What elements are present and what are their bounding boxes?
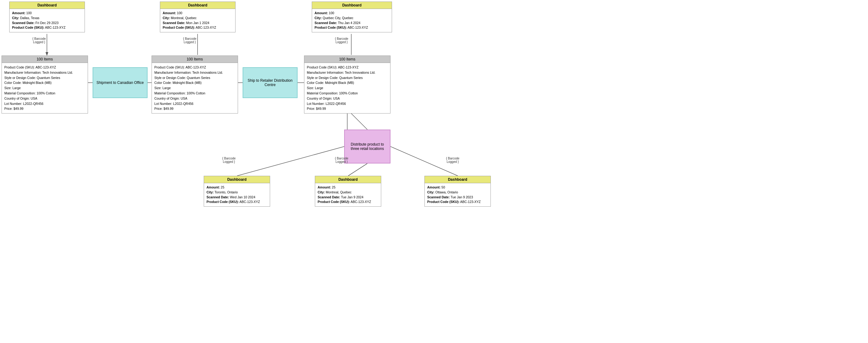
dashboard-body-1: Amount: 100 City: Dallas, Texas Scanned … <box>9 9 85 32</box>
dashboard-box-bottom-1: Dashboard Amount: 25 City: Toronto, Onta… <box>204 176 270 207</box>
connector-box-shipment: Shipment to Canadian Office <box>93 67 148 98</box>
dashboard-body-2: Amount: 100 City: Montreal, Quebec Scann… <box>160 9 235 32</box>
items-body-1: Product Code (SKU): ABC-123-XYZ Manufact… <box>2 63 88 113</box>
distribute-box: Distribute product to three retail locat… <box>344 130 391 164</box>
dashboard-body-bottom-1: Amount: 25 City: Toronto, Ontario Scanne… <box>204 183 270 206</box>
barcode-label-1: { BarcodeLogged } <box>32 37 46 44</box>
items-box-3: 100 Items Product Code (SKU): ABC-123-XY… <box>304 56 391 113</box>
items-body-3: Product Code (SKU): ABC-123-XYZ Manufact… <box>304 63 390 113</box>
dashboard-header-bottom-2: Dashboard <box>315 176 381 183</box>
svg-line-10 <box>348 164 367 176</box>
dashboard-box-2: Dashboard Amount: 100 City: Montreal, Qu… <box>160 2 236 32</box>
connector-label-shipment: Shipment to Canadian Office <box>96 80 144 85</box>
dashboard-header-2: Dashboard <box>160 2 235 9</box>
dashboard-header-3: Dashboard <box>312 2 392 9</box>
connector-label-retailer: Ship to Retailer Distribution Centre <box>245 78 295 87</box>
connector-box-retailer: Ship to Retailer Distribution Centre <box>243 67 298 98</box>
dashboard-header-bottom-3: Dashboard <box>425 176 491 183</box>
dashboard-body-bottom-2: Amount: 25 City: Montreal, Quebec Scanne… <box>315 183 381 206</box>
items-header-2: 100 Items <box>152 56 238 63</box>
items-body-2: Product Code (SKU): ABC-123-XYZ Manufact… <box>152 63 238 113</box>
barcode-label-2: { BarcodeLogged } <box>183 37 196 44</box>
items-header-1: 100 Items <box>2 56 88 63</box>
items-box-1: 100 Items Product Code (SKU): ABC-123-XY… <box>2 56 88 113</box>
dashboard-header-1: Dashboard <box>9 2 85 9</box>
dashboard-box-3: Dashboard Amount: 100 City: Quebec City,… <box>312 2 392 32</box>
dashboard-header-bottom-1: Dashboard <box>204 176 270 183</box>
items-header-3: 100 Items <box>304 56 390 63</box>
barcode-label-5: { BarcodeLogged } <box>335 157 348 164</box>
barcode-label-4: { BarcodeLogged } <box>222 157 236 164</box>
barcode-label-6: { BarcodeLogged } <box>446 157 459 164</box>
dashboard-box-bottom-3: Dashboard Amount: 50 City: Ottawa, Ontar… <box>425 176 491 207</box>
dashboard-body-3: Amount: 100 City: Quebec City, Quebec Sc… <box>312 9 392 32</box>
dashboard-body-bottom-3: Amount: 50 City: Ottawa, Ontario Scanned… <box>425 183 491 206</box>
dashboard-box-bottom-2: Dashboard Amount: 25 City: Montreal, Que… <box>315 176 381 207</box>
barcode-label-3: { BarcodeLogged } <box>335 37 348 44</box>
diagram-container: Dashboard Amount: 100 City: Dallas, Texa… <box>0 0 868 343</box>
distribute-label: Distribute product to three retail locat… <box>347 142 388 151</box>
svg-line-9 <box>237 146 344 176</box>
connector-lines <box>0 0 868 343</box>
dashboard-box-1: Dashboard Amount: 100 City: Dallas, Texa… <box>9 2 85 32</box>
items-box-2: 100 Items Product Code (SKU): ABC-123-XY… <box>152 56 238 113</box>
